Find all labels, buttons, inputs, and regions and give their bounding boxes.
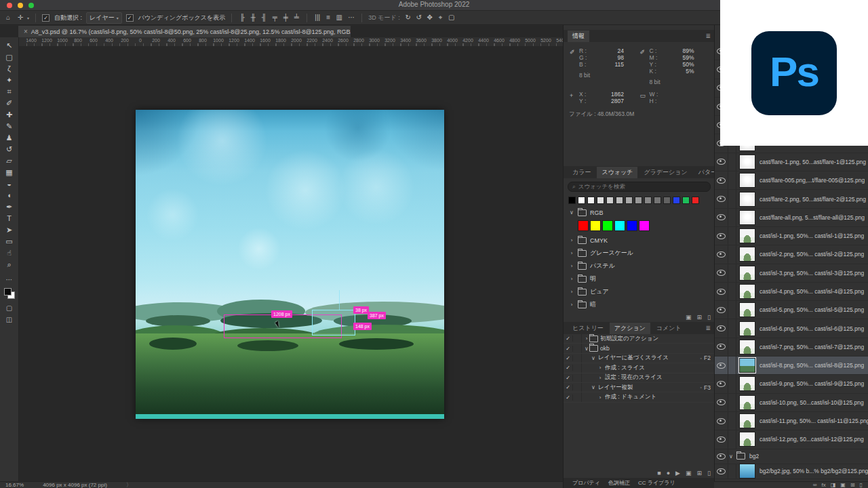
document-tab[interactable]: × A8_v3.psd @ 16.7% (cast/isl-8.png, 50%…	[18, 26, 351, 37]
swatch-chip[interactable]	[590, 220, 601, 231]
checkmark-icon[interactable]: ✓	[564, 346, 573, 352]
swatch-folder[interactable]: ›暗	[564, 298, 715, 311]
action-row[interactable]: ✓›作成 : スライス	[564, 363, 715, 373]
visibility-cell[interactable]	[715, 430, 728, 448]
layer-group-row[interactable]: ∨bg2	[715, 449, 868, 464]
tab-info[interactable]: 情報	[568, 30, 589, 42]
actions-tab[interactable]: コメント	[652, 323, 686, 334]
distribute-horizontal-icon[interactable]: |||	[313, 14, 321, 21]
dialog-toggle[interactable]	[573, 344, 582, 352]
object-selection-tool[interactable]: ✦	[0, 75, 18, 86]
checkmark-icon[interactable]: ✓	[564, 375, 573, 381]
chevron-right-icon[interactable]: ›	[597, 394, 603, 401]
bottom-panel-tab[interactable]: プロパティ	[569, 479, 604, 487]
swatch-chip[interactable]	[663, 197, 671, 204]
eye-icon[interactable]	[717, 381, 726, 387]
3d-pan-icon[interactable]: ✥	[426, 14, 434, 21]
quick-mask-icon[interactable]: ▢	[6, 304, 12, 312]
active-tool-button[interactable]: ✛ ▾	[16, 14, 29, 21]
stop-icon[interactable]: ■	[657, 470, 660, 476]
checkmark-icon[interactable]: ✓	[564, 365, 573, 371]
swatch-chip[interactable]	[614, 220, 625, 231]
edit-toolbar-icon[interactable]: ⋯	[0, 276, 18, 283]
swatch-chip[interactable]	[627, 220, 637, 231]
eye-icon[interactable]	[717, 325, 726, 331]
action-row[interactable]: ✓›作成 : ドキュメント	[564, 392, 715, 402]
chevron-down-icon[interactable]: ∨	[728, 453, 734, 460]
visibility-cell[interactable]	[715, 375, 728, 392]
layer-row[interactable]: cast/isl-12.png, 50...cast/isl-12@125.pn…	[715, 430, 868, 449]
type-tool[interactable]: T	[0, 213, 18, 224]
foreground-color-swatch[interactable]	[4, 288, 12, 296]
swatch-chip[interactable]	[616, 197, 623, 204]
mask-icon[interactable]: ◨	[831, 482, 836, 488]
dialog-toggle[interactable]	[573, 373, 582, 382]
chevron-right-icon[interactable]: ›	[569, 263, 574, 269]
visibility-cell[interactable]	[715, 283, 728, 300]
distribute-vertical-icon[interactable]: ≡	[324, 14, 332, 21]
3d-roll-icon[interactable]: ↺	[415, 14, 423, 21]
swatch-chip[interactable]	[639, 220, 650, 231]
swatch-chip[interactable]	[568, 197, 576, 204]
more-options-icon[interactable]: ⋯	[347, 14, 355, 21]
dialog-toggle[interactable]	[573, 363, 582, 372]
layer-row[interactable]: cast/isl-10.png, 50...cast/isl-10@125.pn…	[715, 394, 868, 412]
visibility-cell[interactable]	[715, 209, 728, 226]
visibility-cell[interactable]	[715, 190, 728, 207]
checkbox-icon[interactable]: ✓	[126, 14, 134, 22]
chevron-right-icon[interactable]: ›	[597, 365, 603, 371]
action-row[interactable]: ✓∨レイヤーに基づくスライス▫F2	[564, 354, 715, 363]
layer-row[interactable]: cast/isl-1.png, 50%... cast/isl-1@125.pn…	[715, 227, 868, 245]
eye-icon[interactable]	[717, 436, 726, 443]
swatch-chip[interactable]	[673, 197, 680, 204]
align-horizontal-center-icon[interactable]: ╫	[249, 14, 257, 21]
swatch-chip[interactable]	[635, 197, 642, 204]
layer-row[interactable]: cast/isl-3.png, 50%... cast/isl-3@125.pn…	[715, 264, 868, 283]
color-swatches[interactable]	[4, 288, 15, 299]
zoom-level[interactable]: 16.67%	[5, 482, 24, 488]
swatch-search-input[interactable]: ⌕ スウォッチを検索	[568, 182, 711, 192]
dialog-toggle[interactable]	[573, 383, 582, 392]
play-icon[interactable]: ▶	[675, 470, 680, 476]
swatch-folder[interactable]: ∨RGB	[564, 206, 715, 219]
slice-rectangle[interactable]	[312, 310, 355, 336]
swatches-tab[interactable]: グラデーション	[639, 167, 692, 178]
home-icon[interactable]: ⌂	[4, 14, 12, 21]
delete-icon[interactable]: ▯	[707, 470, 711, 476]
layer-row[interactable]: cast/isl-9.png, 50%... cast/isl-9@125.pn…	[715, 375, 868, 393]
bottom-panel-tab[interactable]: 色調補正	[605, 479, 633, 487]
swatch-chip[interactable]	[578, 197, 585, 204]
eraser-tool[interactable]: ▱	[0, 155, 18, 167]
dialog-toggle[interactable]	[573, 334, 582, 343]
new-action-icon[interactable]: ⊞	[697, 470, 703, 476]
eye-icon[interactable]	[717, 196, 726, 202]
chevron-down-icon[interactable]: ∨	[591, 384, 596, 390]
blur-tool[interactable]: ◒	[0, 178, 18, 190]
swatch-chip[interactable]	[692, 197, 699, 204]
swatch-chip[interactable]	[578, 220, 589, 231]
align-right-icon[interactable]: ╢	[260, 14, 268, 21]
marquee-tool[interactable]: ▢	[0, 52, 18, 63]
panel-menu-icon[interactable]: ≣	[705, 325, 711, 331]
auto-select-checkbox[interactable]: ✓ 自動選択 :	[42, 14, 82, 22]
canvas-artwork[interactable]: 1208 px38 px387 px148 px	[136, 110, 444, 419]
lasso-tool[interactable]: ζ	[0, 63, 18, 75]
bottom-panel-tab[interactable]: CC ライブラリ	[635, 479, 679, 487]
panel-menu-icon[interactable]: ≣	[705, 33, 711, 39]
delete-icon[interactable]: ▯	[707, 314, 711, 321]
chevron-right-icon[interactable]: ›	[569, 276, 574, 282]
checkmark-icon[interactable]: ✓	[564, 384, 573, 390]
close-tab-icon[interactable]: ×	[24, 28, 28, 35]
layer-row[interactable]: cast/isl-2.png, 50%... cast/isl-2@125.pn…	[715, 245, 868, 264]
layer-row[interactable]: cast/isl-11.png, 50%... cast/isl-11@125.…	[715, 412, 868, 430]
visibility-cell[interactable]	[715, 394, 728, 411]
visibility-cell[interactable]	[715, 301, 728, 319]
align-bottom-icon[interactable]: ╧	[292, 14, 300, 21]
swatch-folder[interactable]: ›CMYK	[564, 234, 715, 247]
eyedropper-tool[interactable]: ✐	[0, 98, 18, 109]
action-row[interactable]: ✓∨okb	[564, 344, 715, 353]
chevron-down-icon[interactable]: ∨	[591, 355, 596, 361]
hand-tool[interactable]: ☝	[0, 247, 18, 259]
fx-icon[interactable]: fx	[822, 482, 826, 488]
healing-brush-tool[interactable]: ✚	[0, 109, 18, 121]
